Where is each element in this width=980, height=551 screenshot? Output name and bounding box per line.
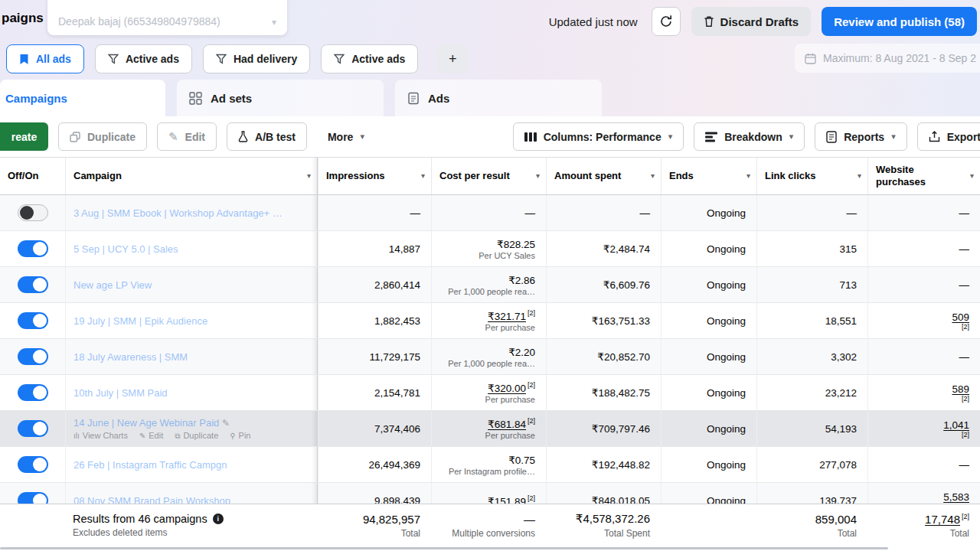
tab-ad-sets[interactable]: Ad sets bbox=[177, 80, 384, 116]
header-website-purchases[interactable]: Website purchases▾ bbox=[867, 158, 980, 194]
table-row[interactable]: 5 Sep | UCY 5.0 | Sales14,887₹828.25Per … bbox=[0, 231, 980, 267]
report-icon bbox=[826, 131, 837, 143]
review-publish-button[interactable]: Review and publish (58) bbox=[822, 7, 977, 36]
filter-chip-had-delivery[interactable]: Had delivery bbox=[203, 44, 310, 73]
toggle-knob bbox=[33, 242, 47, 256]
reports-button[interactable]: Reports ▾ bbox=[815, 122, 906, 151]
table-row[interactable]: New age LP View2,860,414₹2.86Per 1,000 p… bbox=[0, 267, 980, 303]
campaign-cell: 5 Sep | UCY 5.0 | Sales bbox=[65, 231, 318, 266]
campaign-link[interactable]: 5 Sep | UCY 5.0 | Sales bbox=[74, 243, 303, 255]
sort-caret-icon[interactable]: ▾ bbox=[421, 171, 425, 181]
header-link-clicks[interactable]: Link clicks▾ bbox=[756, 158, 867, 194]
filter-chip-all-ads[interactable]: All ads bbox=[6, 44, 84, 73]
campaign-link[interactable]: 14 June | New Age Webinar Paid ✎ bbox=[74, 417, 303, 429]
tab-ads[interactable]: Ads bbox=[395, 80, 602, 116]
impressions-cell: — bbox=[318, 195, 431, 230]
duplicate-button[interactable]: Duplicate bbox=[58, 122, 147, 151]
impressions-cell: 7,374,406 bbox=[318, 411, 431, 446]
page-icon bbox=[407, 92, 420, 105]
amount-spent-cell: ₹188,482.75 bbox=[546, 375, 661, 410]
campaign-toggle[interactable] bbox=[18, 348, 48, 365]
ends-cell: Ongoing bbox=[661, 447, 756, 482]
table-row[interactable]: 26 Feb | Instagram Traffic Campgn26,494,… bbox=[0, 447, 980, 483]
tab-campaigns-label: Campaigns bbox=[5, 92, 67, 105]
header-cost-per-result[interactable]: Cost per result▾ bbox=[431, 158, 546, 194]
row-action-duplicate[interactable]: ⧉Duplicate bbox=[175, 431, 218, 441]
columns-button[interactable]: Columns: Performance ▾ bbox=[513, 122, 684, 151]
header-impressions[interactable]: Impressions▾ bbox=[318, 158, 431, 194]
account-selector[interactable]: Deepak bajaj (665349804979884) ▾ bbox=[47, 0, 287, 35]
sort-caret-icon[interactable]: ▾ bbox=[536, 171, 540, 181]
filter-chip-active-ads-2[interactable]: Active ads bbox=[321, 44, 418, 73]
chevron-down-icon: ▾ bbox=[668, 132, 673, 142]
sort-caret-icon[interactable]: ▾ bbox=[858, 171, 861, 181]
filter-chip-active-ads[interactable]: Active ads bbox=[95, 44, 192, 73]
footnote-marker: [2] bbox=[528, 381, 535, 389]
campaign-toggle[interactable] bbox=[18, 312, 48, 329]
cost-per-result-cell: ₹681.84[2]Per purchase bbox=[431, 411, 546, 446]
export-button[interactable]: Export bbox=[917, 122, 980, 151]
tab-campaigns[interactable]: Campaigns bbox=[0, 80, 165, 116]
create-button[interactable]: reate bbox=[0, 122, 48, 151]
campaign-toggle[interactable] bbox=[18, 276, 48, 293]
refresh-button[interactable] bbox=[652, 7, 681, 36]
sort-caret-icon[interactable]: ▾ bbox=[746, 171, 750, 181]
campaign-toggle[interactable] bbox=[18, 384, 48, 401]
add-filter-button[interactable]: + bbox=[436, 44, 469, 73]
duplicate-icon bbox=[70, 132, 80, 142]
date-range-picker[interactable]: Maximum: 8 Aug 2021 - 8 Sep 2 bbox=[795, 44, 980, 73]
top-bar: paigns Deepak bajaj (665349804979884) ▾ … bbox=[0, 0, 980, 43]
flask-icon bbox=[238, 131, 248, 142]
campaign-link[interactable]: 19 July | SMM | Epik Audience bbox=[74, 315, 303, 327]
campaign-toggle[interactable] bbox=[18, 456, 48, 473]
chevron-down-icon: ▾ bbox=[272, 17, 276, 28]
campaign-link[interactable]: 3 Aug | SMM Ebook | Workshop Advantage+ … bbox=[74, 207, 303, 219]
funnel-icon bbox=[216, 54, 227, 64]
footnote-marker: [2] bbox=[528, 494, 535, 502]
header-campaign[interactable]: Campaign▾ bbox=[65, 158, 318, 194]
table-row[interactable]: 14 June | New Age Webinar Paid ✎ılıView … bbox=[0, 411, 980, 447]
edit-button[interactable]: ✎ Edit bbox=[157, 122, 217, 151]
ends-cell: Ongoing bbox=[661, 267, 756, 302]
header-amount-spent[interactable]: Amount spent▾ bbox=[546, 158, 661, 194]
ab-test-button[interactable]: A/B test bbox=[227, 122, 307, 151]
results-sub-label: Excludes deleted items bbox=[73, 527, 307, 538]
sort-caret-icon[interactable]: ▾ bbox=[651, 171, 655, 181]
horizontal-scrollbar[interactable] bbox=[0, 547, 888, 549]
footnote-marker: [2] bbox=[528, 309, 535, 317]
header-ends[interactable]: Ends▾ bbox=[661, 158, 756, 194]
sort-caret-icon[interactable]: ▾ bbox=[970, 171, 974, 181]
trash-icon bbox=[704, 15, 714, 28]
table-row[interactable]: 18 July Awareness | SMM11,729,175₹2.20Pe… bbox=[0, 339, 980, 375]
campaign-link[interactable]: 26 Feb | Instagram Traffic Campgn bbox=[74, 459, 303, 471]
row-action-view-charts[interactable]: ılıView Charts bbox=[74, 431, 128, 441]
table-row[interactable]: 3 Aug | SMM Ebook | Workshop Advantage+ … bbox=[0, 195, 980, 231]
table-row[interactable]: 10th July | SMM Paid2,154,781₹320.00[2]P… bbox=[0, 375, 980, 411]
campaign-link[interactable]: New age LP View bbox=[74, 279, 303, 291]
edit-pencil-icon[interactable]: ✎ bbox=[222, 418, 230, 429]
duplicate-label: Duplicate bbox=[87, 131, 136, 143]
campaign-toggle[interactable] bbox=[18, 240, 48, 257]
more-button[interactable]: More ▾ bbox=[317, 122, 375, 151]
toggle-knob bbox=[33, 458, 47, 471]
campaign-link[interactable]: 18 July Awareness | SMM bbox=[74, 351, 303, 363]
campaign-rows: 3 Aug | SMM Ebook | Workshop Advantage+ … bbox=[0, 195, 980, 551]
filter-chip-label: All ads bbox=[36, 53, 71, 65]
date-range-label: Maximum: 8 Aug 2021 - 8 Sep 2 bbox=[823, 52, 976, 64]
sort-caret-icon[interactable]: ▾ bbox=[307, 171, 311, 181]
discard-drafts-button[interactable]: Discard Drafts bbox=[691, 7, 812, 36]
review-publish-label: Review and publish (58) bbox=[834, 15, 965, 28]
ends-cell: Ongoing bbox=[661, 339, 756, 374]
info-icon[interactable]: i bbox=[213, 514, 224, 524]
campaign-link[interactable]: 10th July | SMM Paid bbox=[74, 387, 303, 399]
row-action-pin[interactable]: ⚲Pin bbox=[230, 431, 250, 441]
funnel-icon bbox=[108, 54, 119, 64]
campaign-cell: 3 Aug | SMM Ebook | Workshop Advantage+ … bbox=[65, 195, 318, 230]
campaign-toggle[interactable] bbox=[18, 204, 48, 221]
amount-spent-cell: ₹6,609.76 bbox=[546, 267, 661, 302]
table-row[interactable]: 19 July | SMM | Epik Audience1,882,453₹3… bbox=[0, 303, 980, 339]
breakdown-button[interactable]: Breakdown ▾ bbox=[694, 122, 805, 151]
toggle-knob bbox=[33, 386, 47, 399]
campaign-toggle[interactable] bbox=[18, 420, 48, 437]
row-action-edit[interactable]: ✎Edit bbox=[139, 431, 163, 441]
